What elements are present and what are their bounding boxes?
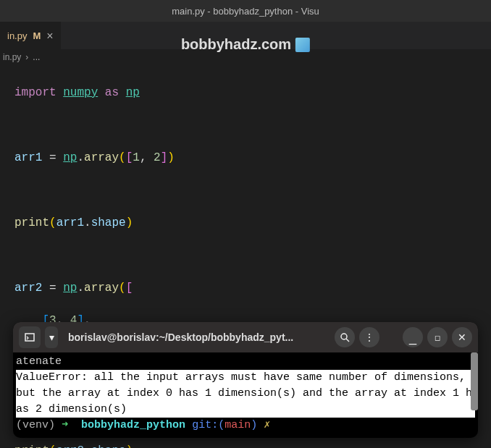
search-button[interactable] (335, 327, 355, 347)
chevron-down-icon: ▾ (49, 331, 54, 343)
window-title: main.py - bobbyhadz_python - Visu (172, 6, 319, 17)
svg-line-2 (346, 339, 349, 342)
watermark: bobbyhadz.com (181, 36, 310, 53)
terminal-body[interactable]: atenate ValueError: all the input arrays… (13, 352, 478, 435)
minimize-icon: _ (409, 334, 416, 340)
kebab-menu-icon: ⋮ (364, 331, 374, 343)
tab-dropdown-button[interactable]: ▾ (45, 326, 58, 348)
tab-filename: in.py (7, 30, 27, 41)
breadcrumb-file: in.py (3, 52, 21, 62)
chevron-right-icon: › (25, 52, 28, 62)
terminal-scrollbar[interactable] (471, 352, 478, 410)
breadcrumb-rest: ... (33, 52, 40, 62)
terminal-line: atenate (16, 354, 475, 370)
terminal-prompt: (venv) ➜ bobbyhadz_python git:(main) ✗ (16, 418, 475, 434)
close-button[interactable]: ✕ (452, 327, 472, 347)
maximize-icon: ◻ (435, 334, 440, 342)
svg-point-1 (341, 334, 347, 339)
maximize-button[interactable]: ◻ (427, 327, 448, 347)
window-titlebar: main.py - bobbyhadz_python - Visu (0, 0, 491, 22)
close-icon[interactable]: × (46, 30, 53, 43)
editor-tab[interactable]: in.py M × (0, 22, 61, 49)
search-icon (340, 332, 350, 342)
terminal-window: ▾ borislav@borislav:~/Desktop/bobbyhadz_… (13, 322, 478, 438)
menu-button[interactable]: ⋮ (359, 327, 379, 347)
tab-modified-indicator: M (33, 30, 41, 41)
watermark-text: bobbyhadz.com (181, 36, 291, 53)
cube-icon (295, 38, 310, 52)
minimize-button[interactable]: _ (403, 327, 423, 347)
new-tab-button[interactable] (19, 326, 41, 348)
svg-rect-0 (25, 334, 34, 341)
terminal-title: borislav@borislav:~/Desktop/bobbyhadz_py… (62, 331, 330, 343)
terminal-icon (25, 332, 35, 342)
terminal-error: ValueError: all the input arrays must ha… (16, 370, 475, 418)
terminal-header: ▾ borislav@borislav:~/Desktop/bobbyhadz_… (13, 322, 478, 352)
close-icon: ✕ (458, 331, 466, 343)
